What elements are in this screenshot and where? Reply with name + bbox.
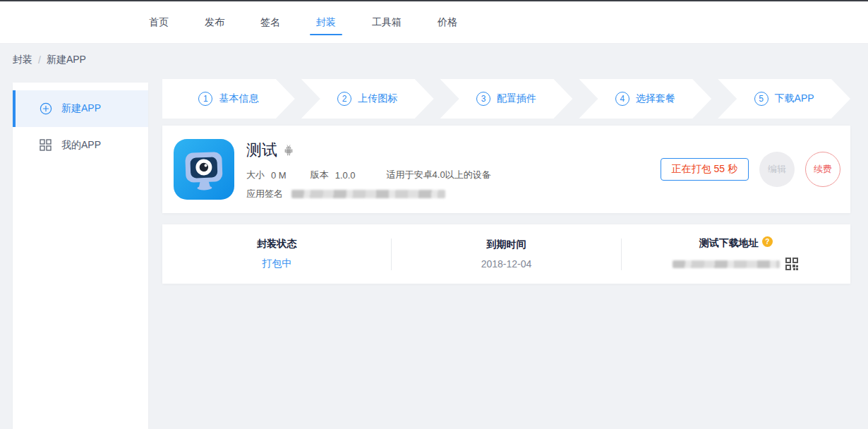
- size-label: 大小: [246, 169, 265, 181]
- breadcrumb-current: 新建APP: [47, 54, 86, 66]
- step-label: 配置插件: [497, 92, 536, 105]
- nav-item-toolbox[interactable]: 工具箱: [366, 1, 408, 43]
- step-download-app: 5 下载APP: [718, 79, 850, 119]
- app-card-actions: 正在打包 55 秒 编辑 续费: [661, 139, 840, 200]
- app-card: 测试: [162, 126, 850, 213]
- grid-icon: [40, 139, 52, 152]
- compat-text: 适用于安卓4.0以上的设备: [387, 169, 491, 181]
- step-label: 选择套餐: [636, 92, 675, 105]
- step-label: 基本信息: [219, 92, 258, 105]
- android-icon: [283, 144, 294, 157]
- top-header: 首页 发布 签名 封装 工具箱 价格: [0, 1, 868, 44]
- step-number: 2: [337, 92, 351, 106]
- breadcrumb: 封装 / 新建APP: [0, 44, 868, 76]
- app-logo: [174, 139, 234, 200]
- sidebar-item-label: 我的APP: [61, 139, 101, 152]
- status-label: 测试下载地址 ?: [699, 237, 773, 250]
- step-select-plan: 4 选择套餐: [579, 79, 711, 119]
- nav-item-package[interactable]: 封装: [310, 1, 342, 43]
- status-label: 到期时间: [486, 238, 526, 251]
- app-info: 测试: [246, 139, 491, 200]
- wizard-steps: 1 基本信息 2 上传图标 3 配置插件 4 选择套餐 5 下载APP: [162, 79, 850, 119]
- step-number: 4: [615, 92, 629, 106]
- renew-button[interactable]: 续费: [805, 152, 840, 187]
- packing-status-button[interactable]: 正在打包 55 秒: [661, 158, 749, 181]
- step-configure-plugins: 3 配置插件: [440, 79, 573, 119]
- sidebar-item-my-apps[interactable]: 我的APP: [13, 127, 148, 164]
- step-label: 下载APP: [775, 92, 814, 105]
- content-area: 新建APP 我的APP 1 基本信息 2 上传图标: [0, 76, 868, 429]
- signature-redacted-text: [291, 190, 445, 198]
- status-bar: 封装状态 打包中 到期时间 2018-12-04 测试下载地址 ?: [162, 224, 850, 284]
- status-col-expiry: 到期时间 2018-12-04: [392, 224, 620, 284]
- edit-button[interactable]: 编辑: [759, 152, 795, 187]
- status-col-package-state: 封装状态 打包中: [162, 224, 391, 284]
- app-signature-row: 应用签名: [246, 188, 491, 200]
- expiry-date-value: 2018-12-04: [481, 258, 532, 270]
- version-label: 版本: [311, 169, 329, 181]
- status-col-download-url: 测试下载地址 ?: [622, 224, 850, 284]
- breadcrumb-separator: /: [38, 54, 41, 66]
- nav-item-sign[interactable]: 签名: [254, 1, 287, 43]
- qr-code-icon[interactable]: [785, 257, 799, 271]
- step-number: 1: [198, 92, 212, 106]
- sidebar-item-label: 新建APP: [61, 102, 101, 115]
- main-nav: 首页 发布 签名 封装 工具箱 价格: [143, 1, 487, 43]
- step-number: 3: [476, 92, 490, 106]
- app-meta: 大小 0 M 版本 1.0.0 适用于安卓4.0以上的设备: [246, 169, 491, 181]
- step-basic-info: 1 基本信息: [162, 79, 295, 119]
- step-upload-icon: 2 上传图标: [301, 79, 434, 119]
- step-number: 5: [754, 92, 768, 106]
- status-label: 封装状态: [257, 238, 296, 250]
- breadcrumb-section[interactable]: 封装: [13, 54, 32, 66]
- nav-item-price[interactable]: 价格: [431, 1, 464, 43]
- sidebar: 新建APP 我的APP: [13, 83, 148, 429]
- signature-label: 应用签名: [246, 188, 283, 200]
- sidebar-item-new-app[interactable]: 新建APP: [13, 90, 148, 127]
- package-state-value: 打包中: [262, 258, 291, 270]
- download-url-label: 测试下载地址: [699, 237, 759, 250]
- circle-plus-icon: [40, 102, 52, 115]
- step-label: 上传图标: [358, 92, 397, 105]
- nav-item-home[interactable]: 首页: [143, 1, 175, 43]
- size-value: 0 M: [271, 170, 287, 181]
- nav-item-publish[interactable]: 发布: [198, 1, 231, 43]
- main-panel: 1 基本信息 2 上传图标 3 配置插件 4 选择套餐 5 下载APP: [162, 79, 850, 284]
- download-url-redacted-text: [673, 260, 780, 268]
- version-value: 1.0.0: [335, 170, 356, 181]
- help-icon[interactable]: ?: [762, 236, 773, 247]
- app-title: 测试: [246, 140, 277, 161]
